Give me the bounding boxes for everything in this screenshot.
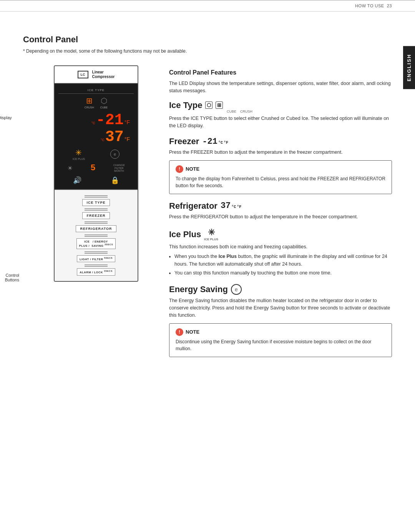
- lc-icon: LC: [78, 71, 88, 78]
- top-bar: HOW TO USE 23: [0, 0, 415, 11]
- ice-plus-bullet-2: You can stop this function manually by t…: [174, 269, 392, 277]
- btn-line: [85, 266, 108, 267]
- freezer-temp-display: -21: [96, 113, 124, 128]
- filter-text: CHANGEFILTERMONTH: [113, 164, 125, 173]
- refrigerator-desc: Press the REFRIGERATOR button to adjust …: [169, 213, 392, 221]
- ice-plus-energy-button-item: ICE / ENERGYPLUS / SAVING 3SECS: [55, 234, 138, 249]
- english-tab: ENGLISH: [403, 46, 415, 89]
- lc-text: Linear Compressor: [92, 70, 115, 79]
- ice-plus-sublabel: ICE PLUS: [73, 158, 85, 160]
- freezer-button-item: FREEZER: [55, 208, 138, 219]
- refrigerator-lines: [85, 221, 108, 224]
- freezer-fahrenheit-symbol: °F: [124, 119, 130, 125]
- btn-line: [85, 208, 108, 209]
- main-content: Control Panel * Depending on the model, …: [0, 23, 415, 376]
- control-label-text: ControlButtons: [5, 273, 19, 282]
- refrigerator-feature: Refrigerator 37°C°F Press the REFRIGERAT…: [169, 201, 392, 221]
- ice-type-feature: Ice Type ⬡ ⊞ CUBE CRUSH Press the ICE TY…: [169, 100, 392, 130]
- refrigerator-button[interactable]: REFRIGERATOR: [76, 225, 116, 232]
- alarm-lock-button-item: ALARM / LOCK 3SECS: [55, 264, 138, 276]
- refrigerator-title-text: Refrigerator: [169, 201, 217, 211]
- ice-plus-title: Ice Plus ✳ ICE PLUS: [169, 228, 392, 241]
- freezer-desc: Press the FREEZER button to adjust the t…: [169, 149, 392, 156]
- btn-line: [85, 210, 108, 211]
- energy-saving-note-box: ! NOTE Discontinue using the Energy Savi…: [169, 323, 392, 357]
- filter-row: ☀ 5 CHANGEFILTERMONTH: [58, 163, 134, 173]
- btn-line: [85, 264, 108, 265]
- ice-plus-title-icon: ✳ ICE PLUS: [204, 228, 218, 241]
- energy-saving-note-text: Discontinue using the Energy Saving func…: [176, 338, 385, 352]
- header-divider: [0, 11, 415, 12]
- subtitle-note: * Depending on the model, some of the fo…: [23, 48, 392, 54]
- ice-plus-icon-label: ICE PLUS: [204, 238, 218, 241]
- ice-plus-energy-button[interactable]: ICE / ENERGYPLUS / SAVING 3SECS: [76, 238, 116, 249]
- light-filter-button[interactable]: LIGHT / FILTER 5SECS: [77, 255, 115, 263]
- ice-type-button[interactable]: ICE TYPE: [82, 199, 110, 206]
- right-column: Control Panel Features The LED Display s…: [169, 65, 392, 364]
- ice-plus-title-text: Ice Plus: [169, 229, 201, 239]
- led-display-label: LED Display: [0, 115, 12, 120]
- ice-type-desc: Press the ICE TYPE button to select eith…: [169, 115, 392, 130]
- note-icon: !: [176, 165, 183, 173]
- sound-icon: 🔊: [73, 176, 81, 185]
- ice-plus-energy-lines: [85, 234, 108, 237]
- freezer-temp-block: °C -21 °F: [58, 113, 134, 128]
- sound-lock-row: 🔊 🔒: [58, 176, 134, 185]
- ice-type-title: Ice Type ⬡ ⊞: [169, 100, 392, 110]
- btn-line: [85, 197, 108, 198]
- ice-plus-intro: This function increases both ice making …: [169, 243, 392, 251]
- energy-saving-note-header: ! NOTE: [176, 328, 385, 336]
- btn-line: [85, 253, 108, 254]
- freezer-temp-inline: -21°C°F: [202, 137, 228, 146]
- energy-saving-feature-icon: e: [231, 284, 242, 295]
- energy-saving-title-text: Energy Saving: [169, 284, 228, 294]
- control-panel-box: LC Linear Compressor ICE TYPE ⊞: [54, 65, 138, 282]
- energy-saving-desc: The Energy Saving function disables the …: [169, 297, 392, 319]
- lc-header: LC Linear Compressor: [55, 66, 138, 84]
- btn-line: [85, 236, 108, 237]
- fridge-temp-block: °C 37 °F: [58, 130, 134, 145]
- energy-saving-feature: Energy Saving e The Energy Saving functi…: [169, 284, 392, 357]
- ice-type-header: ICE TYPE: [58, 88, 134, 94]
- how-to-use-label: HOW TO USE: [355, 3, 384, 8]
- ice-type-sub-labels: CUBE CRUSH: [227, 110, 392, 113]
- ice-plus-bullets: When you touch the Ice Plus button, the …: [174, 253, 392, 277]
- refrigerator-title: Refrigerator 37°C°F: [169, 201, 392, 211]
- freezer-button[interactable]: FREEZER: [82, 212, 110, 219]
- ice-plus-item: ✳ ICE PLUS: [73, 148, 85, 160]
- cube-ice-icon: ⬡: [205, 101, 212, 109]
- control-buttons-label: ControlButtons: [0, 273, 19, 282]
- btn-line: [85, 223, 108, 224]
- bottom-icons-row: ✳ ICE PLUS e: [58, 148, 134, 160]
- crush-ice-icon: ⊞: [216, 101, 223, 109]
- cube-icon: ⬡: [101, 96, 107, 105]
- features-title: Control Panel Features: [169, 69, 392, 76]
- btn-line: [85, 234, 108, 235]
- left-column: LED Display ControlButtons LC Linear Com…: [23, 65, 154, 282]
- alarm-lock-button[interactable]: ALARM / LOCK 3SECS: [77, 268, 115, 276]
- two-col-layout: LED Display ControlButtons LC Linear Com…: [23, 65, 392, 364]
- refrigerator-temp-inline: 37°C°F: [221, 201, 241, 211]
- cube-icon-item: ⬡ CUBE: [100, 96, 108, 109]
- fridge-fahrenheit-symbol: °F: [124, 136, 130, 142]
- freezer-lines: [85, 208, 108, 211]
- energy-note-icon: !: [176, 328, 183, 336]
- sun-icon: ☀: [67, 165, 73, 172]
- ice-plus-bullet-1: When you touch the Ice Plus button, the …: [174, 253, 392, 268]
- freezer-feature: Freezer -21°C°F Press the FREEZER button…: [169, 136, 392, 194]
- refrigerator-button-item: REFRIGERATOR: [55, 221, 138, 232]
- ice-icons-row: ⊞ CRUSH ⬡ CUBE: [58, 96, 134, 109]
- features-intro: The LED Display shows the temperature se…: [169, 80, 392, 95]
- freezer-title: Freezer -21°C°F: [169, 136, 392, 146]
- filter-number: 5: [90, 163, 95, 173]
- alarm-lock-lines: [85, 264, 108, 267]
- crush-icon-item: ⊞ CRUSH: [85, 96, 94, 109]
- freezer-note-header: ! NOTE: [176, 165, 385, 173]
- freezer-note-text: To change the display from Fahrenheit to…: [176, 175, 385, 189]
- fridge-celsius-symbol: °C: [101, 138, 105, 142]
- page-number: 23: [387, 3, 392, 8]
- ice-plus-snowflake-icon: ✳: [208, 228, 215, 238]
- freezer-note-box: ! NOTE To change the display from Fahren…: [169, 160, 392, 194]
- light-filter-lines: [85, 251, 108, 254]
- ice-type-lines: [85, 195, 108, 198]
